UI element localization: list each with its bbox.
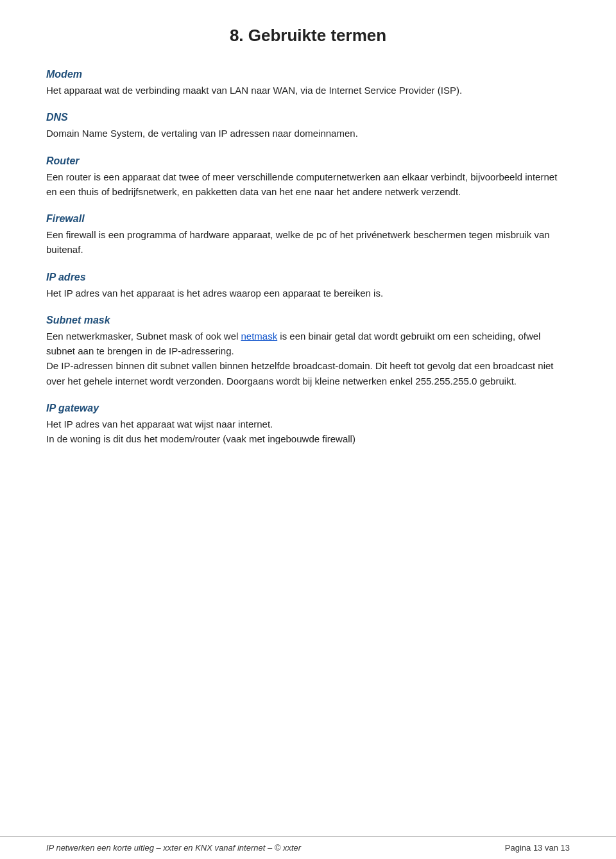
term-modem: Modem Het apparaat wat de verbinding maa… (46, 69, 570, 98)
term-ip-gateway: IP gateway Het IP adres van het apparaat… (46, 403, 570, 447)
content-area: 8. Gebruikte termen Modem Het apparaat w… (0, 0, 616, 836)
term-subnet-mask: Subnet mask Een netwerkmasker, Subnet ma… (46, 315, 570, 388)
term-title-ip-gateway: IP gateway (46, 403, 570, 414)
term-title-ip-adres: IP adres (46, 272, 570, 283)
term-body-firewall: Een firewall is een programma of hardwar… (46, 227, 570, 257)
term-firewall: Firewall Een firewall is een programma o… (46, 213, 570, 257)
term-title-dns: DNS (46, 112, 570, 123)
netmask-link[interactable]: netmask (241, 331, 277, 342)
subnet-body-part1: Een netwerkmasker, Subnet mask of ook we… (46, 331, 241, 342)
gateway-line2: In de woning is dit dus het modem/router… (46, 433, 355, 444)
term-body-ip-gateway: Het IP adres van het apparaat wat wijst … (46, 417, 570, 447)
term-body-subnet-mask: Een netwerkmasker, Subnet mask of ook we… (46, 329, 570, 388)
footer-left: IP netwerken een korte uitleg – xxter en… (46, 843, 301, 853)
gateway-line1: Het IP adres van het apparaat wat wijst … (46, 419, 273, 430)
term-body-ip-adres: Het IP adres van het apparaat is het adr… (46, 286, 570, 300)
term-title-router: Router (46, 155, 570, 167)
subnet-body-extra: De IP-adressen binnen dit subnet vallen … (46, 360, 554, 386)
footer-right: Pagina 13 van 13 (505, 843, 570, 853)
footer: IP netwerken een korte uitleg – xxter en… (0, 836, 616, 859)
term-title-modem: Modem (46, 69, 570, 80)
term-body-modem: Het apparaat wat de verbinding maakt van… (46, 83, 570, 98)
term-body-dns: Domain Name System, de vertaling van IP … (46, 126, 570, 141)
page-title: 8. Gebruikte termen (46, 26, 570, 46)
page: 8. Gebruikte termen Modem Het apparaat w… (0, 0, 616, 859)
term-ip-adres: IP adres Het IP adres van het apparaat i… (46, 272, 570, 300)
term-router: Router Een router is een apparaat dat tw… (46, 155, 570, 200)
term-title-subnet-mask: Subnet mask (46, 315, 570, 326)
term-body-router: Een router is een apparaat dat twee of m… (46, 169, 570, 200)
term-dns: DNS Domain Name System, de vertaling van… (46, 112, 570, 141)
term-title-firewall: Firewall (46, 213, 570, 225)
